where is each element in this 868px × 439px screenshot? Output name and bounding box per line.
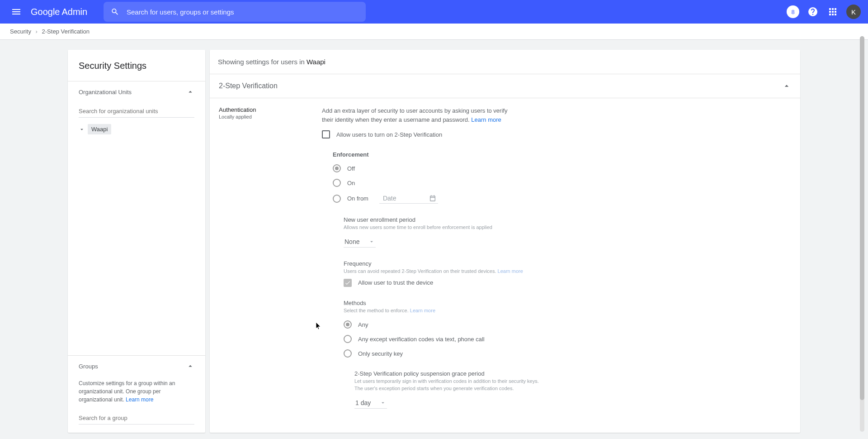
section-title: 2-Step Verification — [219, 82, 278, 90]
method-except-row[interactable]: Any except verification codes via text, … — [344, 335, 791, 343]
apps-icon — [827, 6, 838, 17]
groups-description: Customize settings for a group within an… — [79, 379, 194, 404]
freq-desc: Users can avoid repeated 2-Step Verifica… — [344, 268, 533, 275]
method-except-label: Any except verification codes via text, … — [358, 336, 485, 343]
search-input[interactable] — [127, 8, 359, 16]
chevron-up-icon — [782, 81, 791, 91]
enf-on-row[interactable]: On — [333, 179, 791, 187]
logo-admin: Admin — [62, 7, 88, 17]
notifications-button[interactable]: 8 — [787, 5, 799, 18]
groups-learn-link[interactable]: Learn more — [126, 396, 153, 403]
method-any-radio[interactable] — [344, 320, 352, 329]
date-placeholder: Date — [383, 195, 396, 202]
enf-date-field[interactable]: Date — [379, 193, 438, 204]
main-panel: Showing settings for users in Waapi 2-St… — [210, 50, 800, 433]
new-user-title: New user enrollment period — [344, 216, 791, 223]
check-icon — [344, 280, 351, 286]
scrollbar-thumb[interactable] — [860, 36, 864, 400]
help-icon — [807, 6, 818, 17]
new-user-value: None — [344, 238, 359, 245]
allow-2sv-label: Allow users to turn on 2-Step Verificati… — [336, 131, 442, 138]
enf-onfrom-radio[interactable] — [333, 195, 341, 203]
section-2sv-header[interactable]: 2-Step Verification — [210, 74, 800, 98]
section-settings: Add an extra layer of security to user a… — [322, 106, 791, 425]
groups-header-label: Groups — [79, 363, 98, 370]
freq-learn-link[interactable]: Learn more — [498, 268, 523, 274]
scope-header: Showing settings for users in Waapi — [210, 50, 800, 74]
auth-sub: Locally applied — [219, 114, 322, 119]
header-actions: 8 K — [787, 5, 861, 19]
new-user-dropdown[interactable]: None — [344, 235, 376, 248]
breadcrumb-current: 2-Step Verification — [42, 28, 90, 35]
method-key-radio[interactable] — [344, 349, 352, 358]
enf-onfrom-row[interactable]: On from Date — [333, 193, 791, 204]
enf-onfrom-label: On from — [347, 195, 368, 202]
trust-device-checkbox[interactable] — [344, 279, 352, 287]
breadcrumb: Security › 2-Step Verification — [0, 24, 868, 40]
allow-2sv-checkbox[interactable] — [322, 130, 330, 138]
trust-device-label: Allow user to trust the device — [358, 279, 433, 286]
enf-off-label: Off — [347, 165, 355, 172]
dropdown-icon — [380, 400, 386, 406]
breadcrumb-root[interactable]: Security — [10, 28, 31, 35]
enf-off-row[interactable]: Off — [333, 164, 791, 172]
app-header: Google Admin 8 K — [0, 0, 868, 24]
enf-on-label: On — [347, 180, 355, 186]
grace-title: 2-Step Verification policy suspension gr… — [354, 370, 791, 377]
chevron-up-icon — [186, 88, 194, 96]
allow-2sv-row[interactable]: Allow users to turn on 2-Step Verificati… — [322, 130, 791, 138]
groups-section-header[interactable]: Groups — [68, 355, 205, 377]
sidebar-title: Security Settings — [68, 50, 205, 81]
menu-button[interactable] — [7, 3, 25, 21]
freq-trust-row[interactable]: Allow user to trust the device — [344, 279, 791, 287]
frequency-block: Frequency Users can avoid repeated 2-Ste… — [344, 260, 791, 286]
methods-learn-link[interactable]: Learn more — [410, 308, 435, 313]
search-box[interactable] — [104, 2, 366, 22]
settings-sidebar: Security Settings Organizational Units W… — [68, 50, 205, 433]
ou-section-body: Waapi — [68, 102, 205, 355]
hamburger-icon — [11, 6, 22, 17]
ou-label: Waapi — [88, 124, 111, 134]
method-any-label: Any — [358, 321, 368, 328]
enforcement-title: Enforcement — [333, 151, 791, 158]
enforcement-block: Enforcement Off On On from Date — [333, 151, 791, 204]
section-2sv-body: Authentication Locally applied Add an ex… — [210, 98, 800, 433]
grace-desc: Let users temporarily sign in with verif… — [354, 378, 544, 392]
new-user-desc: Allows new users some time to enroll bef… — [344, 224, 533, 231]
groups-search-input[interactable] — [79, 412, 194, 425]
logo[interactable]: Google Admin — [31, 7, 87, 17]
new-user-block: New user enrollment period Allows new us… — [344, 216, 791, 248]
auth-title: Authentication — [219, 106, 322, 113]
method-key-label: Only security key — [358, 350, 403, 357]
search-icon — [111, 7, 119, 16]
ou-search-input[interactable] — [79, 105, 194, 118]
logo-google: Google — [31, 7, 60, 17]
enf-off-radio[interactable] — [333, 164, 341, 172]
methods-title: Methods — [344, 300, 791, 306]
freq-title: Frequency — [344, 260, 791, 267]
ou-section-header[interactable]: Organizational Units — [68, 81, 205, 102]
section-left-meta: Authentication Locally applied — [219, 106, 322, 425]
chevron-up-icon — [186, 362, 194, 370]
method-any-row[interactable]: Any — [344, 320, 791, 329]
chevron-right-icon: › — [36, 28, 38, 35]
method-key-row[interactable]: Only security key — [344, 349, 791, 358]
apps-button[interactable] — [826, 5, 839, 18]
methods-desc: Select the method to enforce. Learn more — [344, 307, 533, 314]
method-except-radio[interactable] — [344, 335, 352, 343]
ou-tree-item[interactable]: Waapi — [79, 124, 194, 134]
scope-org-name: Waapi — [307, 58, 326, 66]
dropdown-icon — [368, 239, 375, 245]
intro-learn-link[interactable]: Learn more — [471, 116, 501, 123]
intro-text: Add an extra layer of security to user a… — [322, 106, 516, 124]
grace-dropdown[interactable]: 1 day — [354, 396, 387, 409]
triangle-down-icon — [79, 126, 85, 133]
enf-on-radio[interactable] — [333, 179, 341, 187]
groups-section-body: Customize settings for a group within an… — [68, 377, 205, 433]
calendar-icon — [429, 195, 436, 202]
scrollbar[interactable] — [860, 36, 864, 432]
grace-value: 1 day — [355, 399, 371, 406]
page-body: Security Settings Organizational Units W… — [0, 40, 868, 439]
account-avatar[interactable]: K — [846, 5, 861, 19]
help-button[interactable] — [807, 5, 819, 18]
